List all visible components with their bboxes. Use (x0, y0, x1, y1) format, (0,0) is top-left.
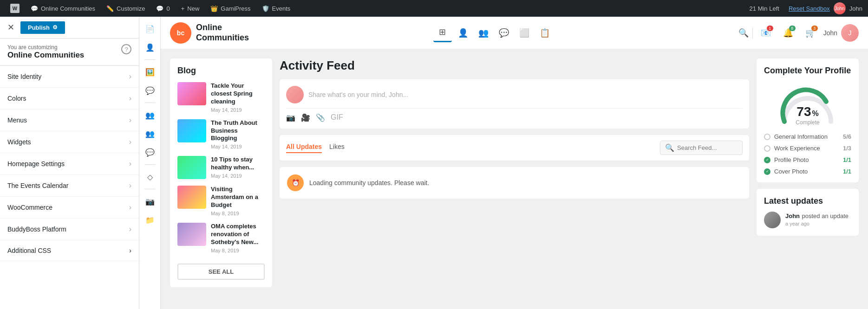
wp-logo-button[interactable]: W (6, 0, 24, 17)
notification-email-icon[interactable]: 📧 1 (757, 24, 775, 42)
menu-item-site-identity-label: Site Identity (7, 73, 41, 80)
loading-text: Loading community updates. Please wait. (309, 179, 429, 187)
nav-icon-media[interactable]: ⬜ (515, 24, 534, 42)
blog-item-2-title[interactable]: The Truth About Business Blogging (211, 119, 265, 143)
theme-name: Online Communities (7, 51, 84, 60)
blog-item-1-title[interactable]: Tackle Your closest Spring cleaning (211, 82, 265, 106)
customizing-label: You are customizing (7, 44, 84, 51)
blog-item-4-title[interactable]: Visiting Amsterdam on a Budget (211, 186, 265, 209)
feed-tabs: All Updates Likes 🔍 (280, 135, 749, 161)
new-link[interactable]: + New (176, 0, 204, 17)
nav-icon-messages[interactable]: 💬 (495, 24, 513, 42)
tab-likes[interactable]: Likes (329, 143, 345, 153)
content-area: Blog Tackle Your closest Spring cleaning… (161, 49, 868, 309)
menu-item-site-identity[interactable]: Site Identity › (0, 66, 139, 88)
photo-action-icon[interactable]: 📷 (286, 113, 295, 122)
blog-item-3-title[interactable]: 10 Tips to stay healthy when... (211, 156, 265, 172)
site-header-right: 🔍 📧 1 🔔 8 🛒 3 John J (738, 24, 859, 42)
chevron-right-icon: › (129, 116, 131, 124)
menu-item-events-calendar[interactable]: The Events Calendar › (0, 175, 139, 197)
admin-bar: W 💬 Online Communities ✏️ Customize 💬 0 … (0, 0, 868, 17)
close-button[interactable]: ✕ (4, 20, 18, 34)
activity-feed-title: Activity Feed (280, 58, 749, 73)
email-badge: 1 (767, 26, 773, 31)
wp-icon: W (10, 4, 20, 13)
blog-section: Blog Tackle Your closest Spring cleaning… (170, 58, 272, 287)
site-name: OnlineCommunities (196, 23, 249, 43)
logo-icon: bc (170, 22, 191, 44)
gamipress-link[interactable]: 👑 GamiPress (206, 0, 255, 17)
notification-cart-icon[interactable]: 🛒 3 (801, 24, 820, 42)
profile-item-cover-name: Cover Photo (774, 168, 808, 175)
tab-all-updates[interactable]: All Updates (286, 143, 322, 153)
menu-item-widgets[interactable]: Widgets › (0, 131, 139, 153)
sidebar-divider-1 (144, 59, 156, 60)
customize-link[interactable]: ✏️ Customize (102, 0, 150, 17)
nav-icon-members[interactable]: 👥 (474, 24, 493, 42)
header-username: John (823, 29, 837, 37)
feed-search-box: 🔍 (660, 141, 743, 155)
events-link[interactable]: 🛡️ Events (257, 0, 295, 17)
sidebar-icon-diamond[interactable]: ◇ (142, 168, 158, 185)
chevron-right-icon: › (129, 94, 131, 103)
profile-item-general-left: General Information (764, 133, 828, 140)
sidebar-icon-user[interactable]: 👤 (142, 39, 158, 56)
attach-action-icon[interactable]: 📎 (316, 113, 325, 122)
header-user-avatar[interactable]: J (841, 24, 859, 42)
sidebar-divider-3 (144, 164, 156, 165)
comments-link[interactable]: 💬 0 (151, 0, 174, 17)
sidebar-icon-folder[interactable]: 📁 (142, 212, 158, 228)
menu-item-homepage-settings[interactable]: Homepage Settings › (0, 153, 139, 175)
online-communities-link[interactable]: 💬 Online Communities (26, 0, 100, 17)
plus-icon: + (181, 5, 185, 12)
menu-item-buddyboss-platform[interactable]: BuddyBoss Platform › (0, 219, 139, 240)
publish-label: Publish (28, 24, 50, 31)
see-all-button[interactable]: SEE ALL (177, 264, 265, 280)
nav-icon-profile[interactable]: 👤 (454, 24, 472, 42)
nav-icon-activity[interactable]: ⊞ (433, 24, 452, 42)
online-communities-icon: 💬 (31, 5, 38, 12)
menu-item-additional-css[interactable]: Additional CSS › (0, 240, 139, 261)
sidebar-icon-comment[interactable]: 💬 (142, 82, 158, 99)
menu-item-menus[interactable]: Menus › (0, 109, 139, 131)
reset-sandbox-link[interactable]: Reset Sandbox (789, 5, 830, 12)
notification-bell-icon[interactable]: 🔔 8 (779, 24, 797, 42)
site-header: bc OnlineCommunities ⊞ 👤 👥 💬 ⬜ 📋 🔍 📧 (161, 17, 868, 49)
timer-label: 21 Min Left (750, 5, 779, 12)
search-icon[interactable]: 🔍 (738, 28, 749, 38)
sidebar-icon-add-image[interactable]: 🖼️ (142, 64, 158, 80)
gif-action-icon[interactable]: GIF (331, 113, 343, 122)
blog-item-4: Visiting Amsterdam on a Budget May 8, 20… (177, 186, 265, 216)
sidebar-divider-4 (144, 189, 156, 189)
profile-item-photo-dot: ✓ (764, 157, 770, 163)
feed-search-input[interactable] (677, 144, 737, 151)
icon-sidebar: 📄 👤 🖼️ 💬 👥 👥 💬 ◇ 📷 📁 (139, 17, 161, 309)
gear-icon: ⚙ (52, 24, 58, 31)
help-button[interactable]: ? (121, 44, 131, 54)
share-placeholder[interactable]: Share what's on your mind, John... (308, 91, 743, 98)
blog-item-5-title[interactable]: OMA completes renovation of Sotheby's Ne… (211, 223, 265, 246)
profile-item-work-name: Work Experience (774, 145, 820, 152)
gauge-number: 73% (796, 104, 818, 119)
publish-button[interactable]: Publish ⚙ (20, 21, 65, 34)
blog-item-2-info: The Truth About Business Blogging May 14… (211, 119, 265, 150)
profile-item-cover-count: 1/1 (843, 168, 851, 175)
sidebar-icon-pages[interactable]: 📄 (142, 20, 158, 37)
sidebar-icon-chat[interactable]: 💬 (142, 144, 158, 161)
profile-item-work-count: 1/3 (843, 145, 851, 152)
profile-complete-card: Complete Your Profile 73% Complete (757, 58, 859, 182)
menu-item-buddyboss-platform-label: BuddyBoss Platform (7, 225, 66, 233)
blog-item-3-date: May 14, 2019 (211, 173, 265, 179)
nav-icon-documents[interactable]: 📋 (535, 24, 554, 42)
menu-item-colors[interactable]: Colors › (0, 88, 139, 109)
menu-item-events-calendar-label: The Events Calendar (7, 182, 69, 189)
sidebar-icon-users[interactable]: 👥 (142, 107, 158, 123)
menu-item-woocommerce[interactable]: WooCommerce › (0, 197, 139, 219)
menu-item-additional-css-label: Additional CSS (7, 247, 51, 254)
video-action-icon[interactable]: 🎥 (301, 113, 310, 122)
sidebar-icon-photo[interactable]: 📷 (142, 193, 158, 210)
events-icon: 🛡️ (262, 5, 269, 12)
update-name-1: John (785, 212, 800, 219)
sidebar-icon-group[interactable]: 👥 (142, 125, 158, 142)
profile-item-photo: ✓ Profile Photo 1/1 (764, 156, 851, 163)
